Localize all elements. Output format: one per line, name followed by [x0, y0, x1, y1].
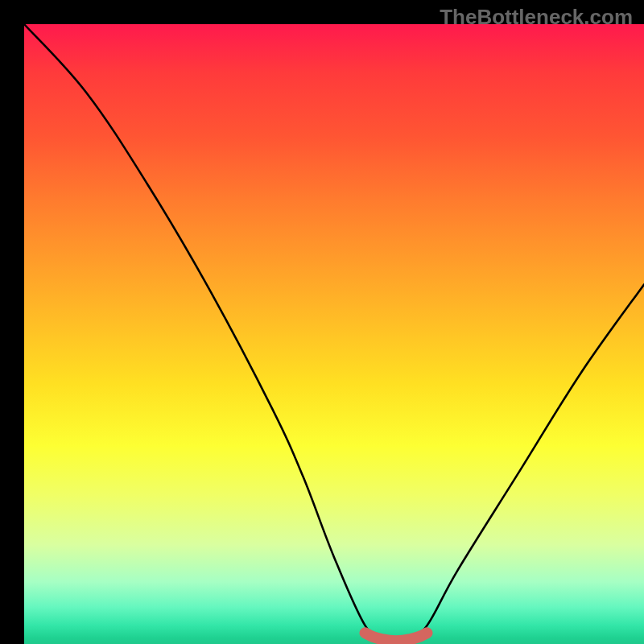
bottleneck-curve: [24, 24, 644, 639]
flat-bottom-highlight: [365, 633, 427, 641]
plot-area: [24, 24, 644, 644]
watermark-text: TheBottleneck.com: [440, 5, 633, 30]
curve-svg: [24, 24, 644, 644]
chart-container: TheBottleneck.com: [0, 0, 644, 644]
